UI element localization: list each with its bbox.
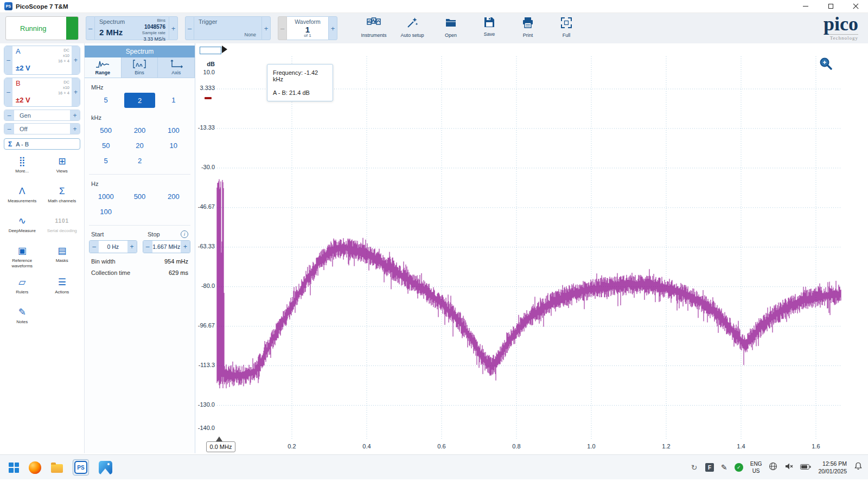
- mhz-option-2[interactable]: 2: [124, 93, 155, 108]
- info-icon[interactable]: i: [181, 230, 188, 238]
- sidebar-item-reference-waveforms[interactable]: ▣ Reference waveforms: [2, 246, 42, 269]
- sidebar-item-masks[interactable]: ▤ Masks: [42, 246, 82, 269]
- gen-off-plus-button[interactable]: +: [70, 124, 80, 134]
- khz-option-5[interactable]: 5: [89, 153, 123, 168]
- spectrum-settings-panel: Spectrum Range Bins Axis MHz 5 2 1 kHz 5…: [84, 43, 195, 453]
- maximize-icon[interactable]: [818, 0, 843, 12]
- hz-option-500[interactable]: 500: [123, 189, 156, 204]
- windows-start-icon[interactable]: [9, 463, 19, 473]
- stop-minus-button[interactable]: –: [143, 241, 152, 253]
- antivirus-tray-icon[interactable]: ✓: [735, 463, 743, 472]
- sidebar-item-deepmeasure[interactable]: ∿ DeepMeasure: [2, 216, 42, 237]
- instruments-button[interactable]: Instruments: [358, 15, 390, 41]
- waveform-prev-button[interactable]: –: [278, 16, 287, 40]
- hz-option-1000[interactable]: 1000: [89, 189, 123, 204]
- ruler-handle[interactable]: [205, 97, 212, 99]
- spectrum-range-panel[interactable]: Spectrum 2 MHz Bins 1048576 Sample rate …: [95, 16, 169, 40]
- khz-option-20[interactable]: 20: [123, 138, 156, 153]
- actions-icon: ☰: [58, 277, 66, 288]
- auto-setup-button[interactable]: Auto setup: [397, 15, 428, 41]
- khz-option-50[interactable]: 50: [89, 138, 123, 153]
- generator-row[interactable]: – Gen +: [4, 110, 80, 121]
- network-globe-icon[interactable]: [769, 462, 777, 473]
- start-frequency-value[interactable]: 0 Hz: [99, 241, 127, 253]
- notification-bell-icon[interactable]: [854, 462, 863, 473]
- khz-option-10[interactable]: 10: [157, 138, 190, 153]
- full-screen-button[interactable]: Full: [551, 15, 582, 41]
- hz-option-100[interactable]: 100: [89, 204, 123, 219]
- pico-brand-name: pico: [824, 16, 858, 33]
- start-plus-button[interactable]: +: [127, 241, 137, 253]
- close-icon[interactable]: [843, 0, 868, 12]
- firefox-icon[interactable]: [29, 461, 41, 474]
- sidebar-item-rulers[interactable]: ▱ Rulers: [2, 277, 42, 299]
- sidebar-item-views[interactable]: ⊞ Views: [42, 156, 82, 178]
- khz-option-100[interactable]: 100: [157, 123, 190, 138]
- channel-a-range: ±2 V: [16, 64, 30, 72]
- save-button[interactable]: Save: [474, 15, 505, 41]
- gen-minus-button[interactable]: –: [4, 110, 14, 120]
- trigger-minus-button[interactable]: –: [185, 16, 194, 40]
- channel-a-panel[interactable]: – A DC x10 16 + 4 ±2 V +: [4, 46, 80, 75]
- tab-axis[interactable]: Axis: [158, 57, 195, 78]
- minimize-icon[interactable]: [793, 0, 818, 12]
- waveform-next-button[interactable]: +: [328, 16, 337, 40]
- file-explorer-icon[interactable]: [51, 464, 63, 473]
- gen-plus-button[interactable]: +: [70, 110, 80, 120]
- photos-app-icon[interactable]: [99, 461, 112, 474]
- clock-date[interactable]: 12:56 PM20/01/2025: [818, 460, 847, 475]
- save-label: Save: [484, 31, 495, 37]
- gen-off-minus-button[interactable]: –: [4, 124, 14, 134]
- khz-option-500[interactable]: 500: [89, 123, 123, 138]
- mhz-option-5[interactable]: 5: [89, 92, 123, 107]
- stop-frequency-value[interactable]: 1.667 MHz: [152, 241, 181, 253]
- tab-bins[interactable]: Bins: [122, 57, 158, 78]
- sidebar-item-more[interactable]: ⣿ More...: [2, 156, 42, 178]
- sidebar-item-notes[interactable]: ✎ Notes: [2, 307, 42, 329]
- khz-option-2[interactable]: 2: [123, 153, 156, 168]
- spectrum-view[interactable]: dB10.03.333-13.33-30.0-46.67-63.33-80.0-…: [195, 43, 868, 453]
- full-label: Full: [563, 33, 571, 38]
- open-button[interactable]: Open: [435, 15, 467, 41]
- waveform-of: of 1: [287, 33, 328, 38]
- spectrum-range-minus-button[interactable]: –: [86, 16, 95, 40]
- math-channel-item[interactable]: Σ A - B: [4, 138, 80, 150]
- axis-origin-marker[interactable]: [216, 436, 222, 441]
- channel-a-plus-button[interactable]: +: [72, 46, 80, 74]
- running-button[interactable]: Running: [5, 16, 79, 40]
- spectrum-plot[interactable]: [195, 43, 868, 453]
- trigger-plus-button[interactable]: +: [261, 16, 271, 40]
- language-indicator[interactable]: ENGUS: [750, 460, 762, 474]
- channel-b-plus-button[interactable]: +: [72, 78, 80, 106]
- volume-muted-icon[interactable]: [784, 462, 793, 473]
- zoom-magnifier-icon[interactable]: [818, 56, 833, 72]
- tab-range[interactable]: Range: [85, 57, 122, 78]
- hz-option-200[interactable]: 200: [157, 189, 190, 204]
- sidebar-item-serial-decoding[interactable]: 1101 Serial decoding: [42, 216, 82, 237]
- pen-input-icon[interactable]: ✎: [721, 463, 727, 472]
- channel-b-panel[interactable]: – B DC x10 16 + 4 ±2 V +: [4, 78, 80, 107]
- measurement-tooltip: Frequency: -1.42 kHz A - B: 21.4 dB: [267, 64, 333, 101]
- start-minus-button[interactable]: –: [90, 241, 99, 253]
- waveform-panel[interactable]: Waveform 1 of 1: [287, 16, 328, 40]
- sidebar-item-measurements[interactable]: Λ Measurements: [2, 186, 42, 208]
- channel-a-minus-button[interactable]: –: [4, 46, 12, 74]
- picoscope-taskbar-icon[interactable]: PS: [73, 459, 89, 476]
- sidebar-item-math-channels[interactable]: Σ Math channels: [42, 186, 82, 208]
- sidebar-item-actions[interactable]: ☰ Actions: [42, 277, 82, 299]
- spectrum-range-plus-button[interactable]: +: [169, 16, 178, 40]
- axis-origin-label[interactable]: 0.0 MHz: [206, 441, 235, 452]
- stop-plus-button[interactable]: +: [181, 241, 190, 253]
- zoom-overview-box[interactable]: [200, 47, 221, 54]
- tray-sync-icon[interactable]: ↻: [690, 464, 698, 472]
- generator-state-row[interactable]: – Off +: [4, 123, 80, 134]
- channel-b-minus-button[interactable]: –: [4, 78, 12, 106]
- trigger-panel[interactable]: Trigger None: [194, 16, 261, 40]
- masks-icon: ▤: [58, 246, 66, 256]
- khz-option-200[interactable]: 200: [123, 123, 156, 138]
- tray-f-icon[interactable]: F: [705, 463, 714, 472]
- battery-icon[interactable]: [800, 463, 811, 472]
- print-button[interactable]: Print: [512, 15, 544, 41]
- channel-sidebar: – A DC x10 16 + 4 ±2 V + – B DC x10 16 +…: [0, 43, 84, 453]
- mhz-option-1[interactable]: 1: [157, 92, 190, 107]
